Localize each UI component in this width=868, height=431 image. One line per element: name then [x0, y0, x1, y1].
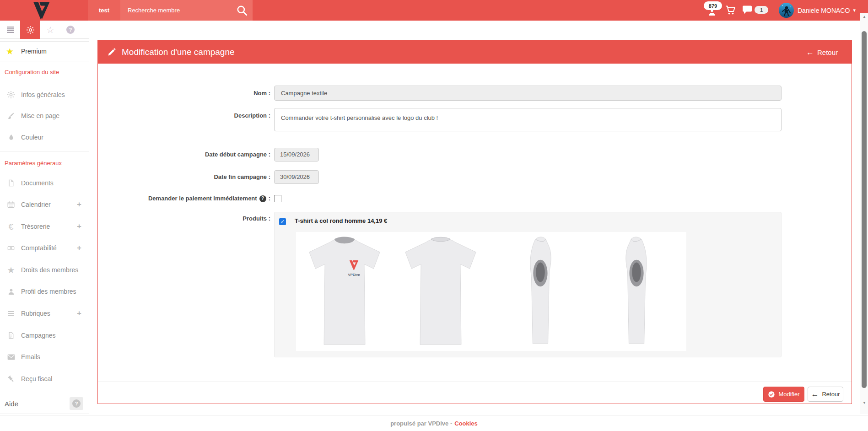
- sidebar-tabstrip: ☆ ?: [0, 21, 89, 39]
- tab-help[interactable]: ?: [60, 21, 81, 39]
- banknote-icon: [6, 243, 16, 253]
- back-label: Retour: [817, 48, 838, 56]
- sidebar-item-campagnes[interactable]: Campagnes: [0, 325, 89, 345]
- sidebar-item-mise-en-page[interactable]: Mise en page: [0, 106, 89, 126]
- sidebar-item-label: Rubriques: [21, 310, 50, 317]
- sidebar-item-tresorerie[interactable]: € Trésorerie +: [0, 216, 89, 237]
- page-footer: propulsé par VPDive - Cookies: [0, 415, 868, 431]
- sidebar-item-profil-des-membres[interactable]: Profil des membres: [0, 281, 89, 302]
- nom-label: Nom :: [98, 86, 270, 101]
- plus-icon[interactable]: +: [77, 200, 81, 209]
- member-count: 879: [709, 3, 717, 9]
- sidebar-item-couleur[interactable]: Couleur: [0, 127, 89, 147]
- panel-header: Modification d'une campagne ← Retour: [98, 41, 852, 64]
- modifier-button[interactable]: Modifier: [763, 387, 804, 402]
- tshirt-side-image: [616, 234, 658, 348]
- gavel-icon: [6, 374, 16, 384]
- search-icon[interactable]: [236, 4, 248, 16]
- sidebar-item-calendrier[interactable]: Calendrier +: [0, 194, 89, 215]
- question-icon: ?: [72, 399, 81, 408]
- nom-input[interactable]: Campagne textile: [274, 86, 782, 101]
- scrollbar-thumb[interactable]: [862, 31, 867, 388]
- user-icon: [6, 286, 16, 296]
- club-tab-label: test: [99, 7, 109, 14]
- date-debut-label: Date début campagne :: [98, 148, 270, 162]
- date-debut-input[interactable]: 15/09/2026: [274, 148, 319, 162]
- aide-label: Aide: [5, 400, 18, 408]
- retour-button[interactable]: ← Retour: [808, 387, 843, 402]
- sidebar-item-comptabilite[interactable]: Comptabilité +: [0, 238, 89, 258]
- modifier-label: Modifier: [778, 391, 799, 398]
- sidebar-item-rubriques[interactable]: Rubriques +: [0, 303, 89, 323]
- premium-label: Premium: [21, 48, 47, 55]
- paiement-checkbox[interactable]: [274, 195, 281, 202]
- members-icon: [708, 10, 716, 16]
- tshirt-back-image: [396, 234, 485, 348]
- paiement-label-text: Demander le paiement immédiatement: [148, 192, 257, 205]
- euro-icon: €: [6, 221, 16, 232]
- sidebar-item-label: Emails: [21, 353, 40, 361]
- date-fin-label: Date fin campagne :: [98, 170, 270, 184]
- chat-count-badge[interactable]: 1: [755, 6, 768, 14]
- sidebar-item-label: Droits des membres: [21, 266, 78, 274]
- search-input[interactable]: [120, 0, 233, 21]
- sidebar-item-label: Comptabilité: [21, 244, 57, 252]
- calendar-icon: [6, 199, 16, 210]
- member-search: [120, 0, 253, 21]
- pencil-icon: [107, 48, 116, 57]
- cart-icon[interactable]: [725, 5, 736, 16]
- sidebar-item-documents[interactable]: Documents: [0, 173, 89, 193]
- sidebar-divider: [0, 151, 89, 151]
- product-images: VPDive: [296, 232, 686, 351]
- gear-icon: [26, 26, 35, 34]
- header-back-button[interactable]: ← Retour: [806, 48, 838, 56]
- avatar-photo: [779, 3, 794, 18]
- description-input[interactable]: Commander votre t-shirt personnalisé ave…: [274, 108, 782, 131]
- chat-count: 1: [760, 7, 763, 13]
- list-icon: [6, 308, 16, 318]
- help-icon[interactable]: ?: [259, 195, 266, 202]
- sidebar-item-label: Documents: [21, 179, 54, 187]
- chat-icon[interactable]: [742, 5, 753, 15]
- scrollbar[interactable]: ▲ ▼: [860, 13, 868, 414]
- products-container: ✓ T-shirt à col rond homme 14,19 € VPDiv…: [274, 212, 782, 357]
- scroll-up-icon[interactable]: ▲: [860, 15, 868, 19]
- colon: :: [269, 192, 270, 205]
- premium-star-icon: ★: [6, 47, 16, 56]
- sidebar-item-premium[interactable]: ★ Premium: [0, 41, 89, 61]
- retour-label: Retour: [822, 391, 840, 398]
- brush-icon: [6, 111, 16, 121]
- section-config-header: Configuration du site: [5, 68, 87, 77]
- sidebar-item-label: Mise en page: [21, 112, 59, 119]
- sidebar-item-emails[interactable]: Emails: [0, 347, 89, 367]
- sidebar-item-label: Couleur: [21, 134, 43, 141]
- sidebar-item-label: Trésorerie: [21, 223, 50, 230]
- scroll-down-icon[interactable]: ▼: [860, 401, 868, 405]
- powered-by: propulsé par VPDive -: [390, 420, 452, 427]
- sidebar-item-droits-des-membres[interactable]: ★ Droits des membres: [0, 260, 89, 280]
- user-menu[interactable]: Daniele MONACO ▾: [798, 0, 856, 21]
- plus-icon[interactable]: +: [77, 243, 81, 253]
- campaign-panel: Modification d'une campagne ← Retour Nom…: [97, 40, 852, 404]
- date-fin-input[interactable]: 30/09/2026: [274, 170, 319, 184]
- avatar[interactable]: [779, 3, 794, 18]
- sidebar-item-recu-fiscal[interactable]: Reçu fiscal: [0, 369, 89, 389]
- hamburger-icon: [5, 25, 15, 34]
- member-count-badge[interactable]: 879: [704, 1, 722, 10]
- plus-icon[interactable]: +: [77, 309, 81, 318]
- tab-favorites[interactable]: ☆: [40, 21, 60, 39]
- file-text-icon: [6, 330, 16, 340]
- aide-help-button[interactable]: ?: [70, 397, 83, 410]
- sidebar-item-infos-generales[interactable]: Infos générales: [0, 85, 89, 105]
- tab-menu[interactable]: [0, 21, 20, 39]
- product-checkbox[interactable]: ✓: [279, 218, 286, 225]
- club-tab[interactable]: test: [88, 0, 120, 21]
- question-icon: ?: [66, 26, 75, 34]
- envelope-icon: [6, 352, 16, 362]
- vpdive-logo-icon[interactable]: [30, 1, 51, 20]
- star-outline-icon: ☆: [46, 26, 54, 34]
- tab-settings[interactable]: [20, 21, 40, 39]
- plus-icon[interactable]: +: [77, 222, 81, 231]
- cookies-link[interactable]: Cookies: [454, 420, 478, 427]
- page: test 879 1: [0, 0, 868, 431]
